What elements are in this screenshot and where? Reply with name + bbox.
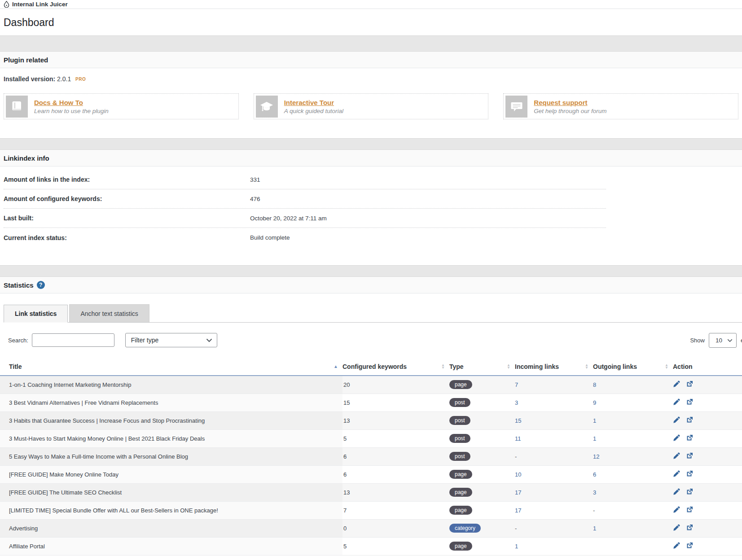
docs-link[interactable]: Docs & How To (34, 99, 83, 106)
outgoing-links-link[interactable]: 1 (593, 435, 596, 442)
type-badge: post (449, 434, 470, 443)
show-entries-group: Show 10 entries (690, 332, 742, 348)
page-size-select[interactable]: 10 (709, 333, 737, 348)
docs-subtitle: Learn how to use the plugin (34, 108, 109, 114)
tour-subtitle: A quick guided tutorial (284, 108, 343, 114)
show-label: Show (690, 337, 705, 344)
edit-icon[interactable] (673, 488, 680, 497)
row-keywords: 7 (342, 501, 449, 519)
row-keywords: 15 (342, 394, 449, 411)
table-row: [LIMITED TIME] Special Bundle Offer with… (0, 501, 742, 519)
page-title: Dashboard (0, 9, 742, 29)
external-link-icon[interactable] (686, 506, 693, 515)
sort-icon: ▲▼ (507, 364, 510, 369)
row-keywords: 13 (342, 411, 449, 429)
outgoing-links-link[interactable]: 3 (593, 489, 596, 496)
external-link-icon[interactable] (686, 398, 693, 407)
column-header-outgoing-links[interactable]: Outgoing links ▲▼ (593, 358, 673, 376)
sort-icon: ▲▼ (585, 364, 588, 369)
row-title: 5 Easy Ways to Make a Full-time Income w… (0, 447, 342, 465)
tab-anchor-text-statistics[interactable]: Anchor text statistics (69, 304, 149, 322)
sort-icon: ▲▼ (441, 364, 445, 369)
column-header-incoming-links[interactable]: Incoming links ▲▼ (515, 358, 593, 376)
row-keywords: 6 (342, 447, 449, 465)
support-subtitle: Get help through our forum (534, 108, 606, 114)
table-row: 3 Best Vidnami Alternatives | Free Vidna… (0, 394, 742, 411)
incoming-links-link: - (515, 525, 517, 532)
external-link-icon[interactable] (686, 542, 693, 551)
external-link-icon[interactable] (686, 452, 693, 461)
row-title: [FREE GUIDE] The Ultimate SEO Checklist (0, 483, 342, 501)
row-title: 3 Habits that Guarantee Success | Increa… (0, 411, 342, 429)
type-badge: post (449, 416, 470, 425)
incoming-links-link[interactable]: 17 (515, 489, 521, 496)
outgoing-links-link[interactable]: 1 (593, 525, 596, 532)
app-name: Internal Link Juicer (12, 1, 68, 8)
tab-link-statistics[interactable]: Link statistics (4, 305, 68, 323)
linkindex-row: Current index status: Build complete (4, 228, 606, 247)
support-link[interactable]: Request support (534, 99, 587, 106)
section-band (0, 35, 742, 52)
type-badge: page (449, 506, 472, 515)
docs-card: Docs & How To Learn how to use the plugi… (4, 93, 239, 119)
sort-icon: ▲▼ (665, 364, 668, 369)
row-keywords: 6 (342, 465, 449, 483)
edit-icon[interactable] (673, 542, 680, 551)
edit-icon[interactable] (673, 416, 680, 425)
edit-icon[interactable] (673, 524, 680, 533)
installed-version-label: Installed version: (4, 75, 55, 83)
row-title: [LIMITED TIME] Special Bundle Offer with… (0, 501, 342, 519)
edit-icon[interactable] (673, 398, 680, 407)
incoming-links-link[interactable]: 3 (515, 399, 518, 406)
incoming-links-link[interactable]: 7 (515, 381, 518, 388)
comment-icon (505, 96, 527, 118)
outgoing-links-link[interactable]: 9 (593, 399, 596, 406)
linkindex-row: Amount of links in the index: 331 (4, 170, 606, 189)
outgoing-links-link[interactable]: 6 (593, 471, 596, 478)
external-link-icon[interactable] (686, 416, 693, 425)
row-title: 1-on-1 Coaching Internet Marketing Mento… (0, 376, 342, 394)
incoming-links-link[interactable]: 1 (515, 543, 518, 550)
external-link-icon[interactable] (686, 488, 693, 497)
external-link-icon[interactable] (686, 470, 693, 479)
plugin-related-heading: Plugin related (0, 52, 742, 68)
row-keywords: 0 (342, 519, 449, 537)
outgoing-links-link[interactable]: 1 (593, 417, 596, 424)
edit-icon[interactable] (673, 434, 680, 443)
row-title: Affiliate Portal (0, 537, 342, 555)
incoming-links-link[interactable]: 15 (515, 417, 521, 424)
search-input[interactable] (32, 333, 114, 347)
column-header-title[interactable]: Title ▲ (0, 358, 342, 376)
edit-icon[interactable] (673, 452, 680, 461)
type-badge: category (449, 524, 481, 533)
type-badge: post (449, 452, 470, 461)
installed-version-value: 2.0.1 (57, 75, 71, 83)
external-link-icon[interactable] (686, 381, 693, 389)
linkindex-label: Current index status: (4, 234, 250, 241)
external-link-icon[interactable] (686, 434, 693, 443)
table-row: 5 Easy Ways to Make a Full-time Income w… (0, 447, 742, 465)
sort-asc-icon: ▲ (334, 364, 338, 369)
linkindex-label: Last built: (4, 214, 250, 222)
search-label: Search: (8, 337, 28, 344)
type-badge: page (449, 488, 472, 497)
column-header-type[interactable]: Type ▲▼ (449, 358, 515, 376)
external-link-icon[interactable] (686, 524, 693, 533)
row-title: Advertising (0, 519, 342, 537)
row-keywords: 5 (342, 537, 449, 555)
edit-icon[interactable] (673, 381, 680, 389)
incoming-links-link[interactable]: 11 (515, 435, 521, 442)
row-title: 3 Must-Haves to Start Making Money Onlin… (0, 429, 342, 447)
incoming-links-link[interactable]: 10 (515, 471, 521, 478)
edit-icon[interactable] (673, 470, 680, 479)
edit-icon[interactable] (673, 506, 680, 515)
outgoing-links-link[interactable]: 12 (593, 453, 599, 460)
outgoing-links-link[interactable]: 8 (593, 381, 596, 388)
help-icon[interactable]: ? (37, 281, 45, 289)
tour-link[interactable]: Interactive Tour (284, 99, 334, 106)
support-card: Request support Get help through our for… (503, 93, 738, 119)
column-header-configured-keywords[interactable]: Configured keywords ▲▼ (342, 358, 449, 376)
book-icon (6, 96, 28, 118)
incoming-links-link[interactable]: 17 (515, 507, 521, 514)
filter-type-select[interactable]: Filter type (125, 333, 217, 347)
